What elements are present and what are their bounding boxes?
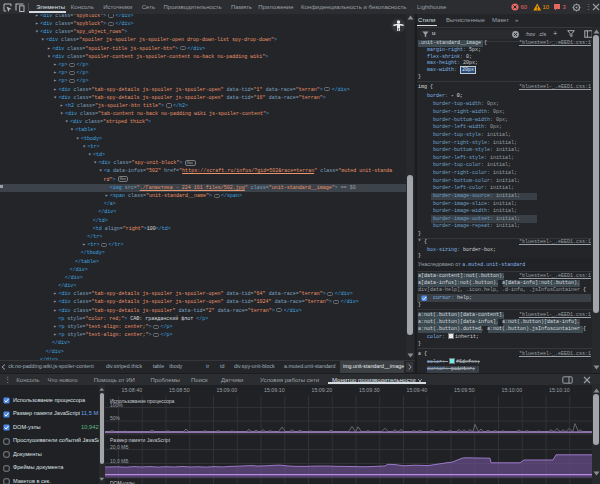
svg-text:100%: 100% xyxy=(110,402,123,408)
svg-text:15:10:10: 15:10:10 xyxy=(549,387,570,393)
svg-text:15:09:20: 15:09:20 xyxy=(312,387,333,393)
svg-text:15:09:30: 15:09:30 xyxy=(359,387,380,393)
svg-text:50%: 50% xyxy=(110,415,121,421)
svg-text:15:08:40: 15:08:40 xyxy=(122,387,143,393)
svg-text:20,0 МБ: 20,0 МБ xyxy=(110,444,129,450)
svg-text:10,0 МБ: 10,0 МБ xyxy=(110,458,129,464)
svg-text:15:09:40: 15:09:40 xyxy=(407,387,428,393)
svg-text:Размер памяти JavaScript: Размер памяти JavaScript xyxy=(110,437,171,443)
svg-text:DOM-узлы: DOM-узлы xyxy=(110,480,135,484)
svg-text:15:09:10: 15:09:10 xyxy=(264,387,285,393)
svg-text:15:09:00: 15:09:00 xyxy=(217,387,238,393)
svg-text:15:08:50: 15:08:50 xyxy=(169,387,190,393)
svg-text:15:10:00: 15:10:00 xyxy=(502,387,523,393)
svg-text:15:09:50: 15:09:50 xyxy=(454,387,475,393)
